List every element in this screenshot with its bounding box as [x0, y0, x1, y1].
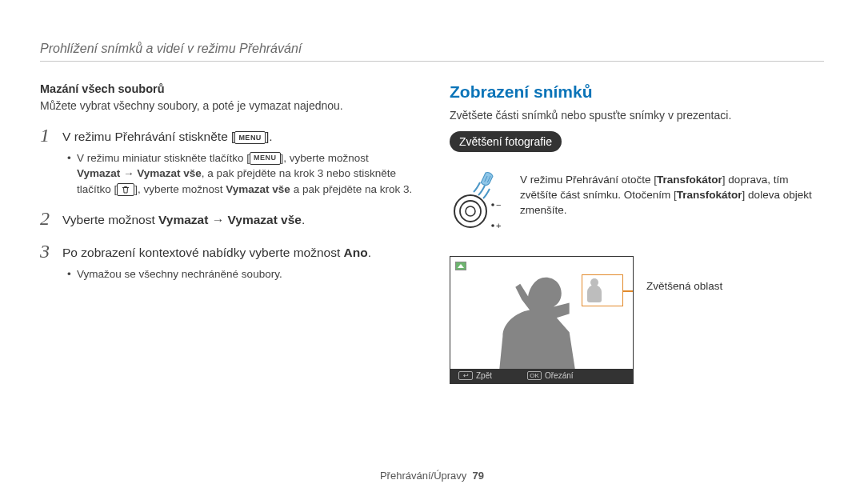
left-column: Mazání všech souborů Můžete vybrat všech… — [40, 82, 414, 384]
picture-icon — [455, 262, 466, 270]
trash-icon — [117, 183, 134, 196]
footer-section: Přehrávání/Úpravy — [380, 470, 466, 482]
svg-point-4 — [491, 224, 494, 227]
bold-option: Vymazat vše — [226, 183, 290, 195]
right-intro: Zvětšete části snímků nebo spusťte snímk… — [450, 108, 824, 123]
arrow: → — [208, 213, 227, 226]
step-3: 3 Po zobrazení kontextové nabídky vybert… — [40, 241, 414, 282]
back-label: Zpět — [476, 371, 492, 380]
dial-illustration: − + — [450, 165, 507, 248]
menu-icon: MENU — [234, 131, 266, 144]
bullet-text: ], vyberte možnost — [134, 183, 226, 195]
right-title: Zobrazení snímků — [450, 82, 824, 102]
zoom-callout-label: Zvětšená oblast — [646, 256, 722, 292]
menu-icon: MENU — [250, 152, 281, 165]
preview-box: ↩ Zpět OK Ořezání — [450, 256, 634, 384]
preview-bottom-bar: ↩ Zpět OK Ořezání — [450, 369, 633, 383]
zoom-inset — [582, 274, 623, 306]
bold-option: Vymazat vše — [228, 213, 302, 226]
step2-text: Vyberte možnost — [62, 213, 158, 226]
step1-bullet: V režimu miniatur stiskněte tlačítko [ME… — [67, 150, 414, 198]
right-column: Zobrazení snímků Zvětšete části snímků n… — [450, 82, 824, 384]
page-footer: Přehrávání/Úpravy 79 — [0, 470, 864, 482]
delete-all-subhead: Mazání všech souborů — [40, 82, 414, 95]
step3-text: . — [368, 246, 371, 259]
step1-text-pre: V režimu Přehrávání stiskněte [ — [62, 130, 234, 143]
bold-option: Vymazat vše — [137, 167, 202, 179]
bold-option: Vymazat — [158, 213, 208, 226]
bold-transfokator: Transfokátor — [677, 189, 742, 201]
bullet-text: a pak přejděte na krok 3. — [290, 183, 412, 195]
step2-text: . — [302, 213, 305, 226]
arrow: → — [120, 167, 137, 179]
delete-all-intro: Můžete vybrat všechny soubory, a poté je… — [40, 98, 414, 114]
page-number: 79 — [473, 470, 484, 482]
bullet-text: V režimu miniatur stiskněte tlačítko [ — [77, 152, 250, 164]
step-1: 1 V režimu Přehrávání stiskněte [MENU]. … — [40, 125, 414, 197]
step3-bullet: Vymažou se všechny nechráněné soubory. — [67, 266, 371, 282]
back-icon: ↩ — [458, 371, 473, 380]
plus-label: + — [496, 221, 501, 230]
step1-text-post: ]. — [266, 130, 273, 143]
breadcrumb: Prohlížení snímků a videí v režimu Přehr… — [40, 42, 824, 62]
minus-label: − — [496, 200, 501, 210]
bold-option: Ano — [344, 246, 368, 259]
instruction-text: V režimu Přehrávání otočte [ — [520, 174, 657, 186]
svg-point-2 — [466, 206, 475, 216]
svg-point-3 — [491, 203, 494, 206]
ok-icon: OK — [527, 371, 542, 380]
step-number: 2 — [40, 208, 62, 230]
step-number: 1 — [40, 125, 62, 146]
zoom-badge: Zvětšení fotografie — [450, 131, 562, 152]
bullet-text: ], vyberte možnost — [281, 152, 369, 164]
step-number: 3 — [40, 241, 62, 262]
bold-transfokator: Transfokátor — [657, 174, 722, 186]
zoom-instruction: V režimu Přehrávání otočte [Transfokátor… — [520, 165, 824, 218]
crop-label: Ořezání — [545, 371, 574, 380]
step-2: 2 Vyberte možnost Vymazat → Vymazat vše. — [40, 208, 414, 230]
callout-line — [623, 290, 634, 292]
step3-text: Po zobrazení kontextové nabídky vyberte … — [62, 246, 344, 259]
bold-option: Vymazat — [77, 167, 120, 179]
